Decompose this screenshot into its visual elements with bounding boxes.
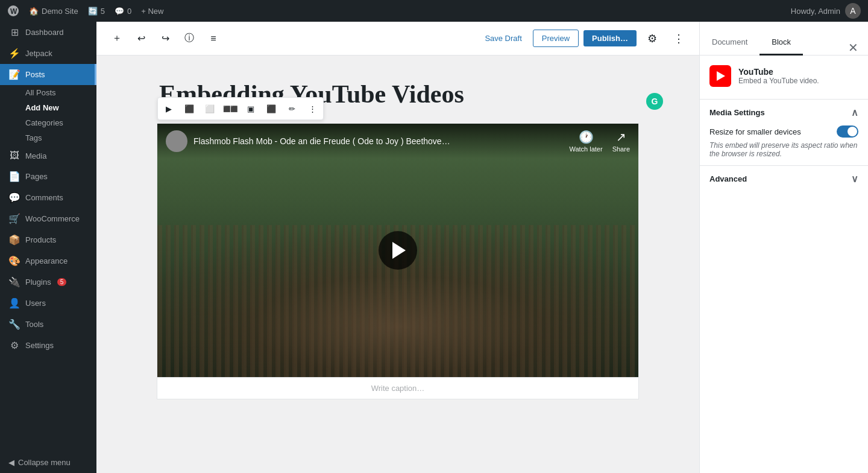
- toolbar-right: Save Draft Preview Publish… ⚙ ⋮: [479, 28, 690, 49]
- resize-toggle-label: Resize for smaller devices: [709, 127, 801, 136]
- post-info-button[interactable]: ⓘ: [178, 28, 200, 49]
- redo-button[interactable]: ↪: [154, 28, 176, 49]
- grammarly-icon: G: [646, 93, 663, 110]
- media-icon: 🖼: [8, 150, 20, 161]
- sidebar-item-pages[interactable]: 📄 Pages: [0, 166, 96, 187]
- sidebar-subitem-tags[interactable]: Tags: [0, 130, 96, 145]
- sidebar-label-plugins: Plugins: [25, 278, 51, 287]
- site-icon: 🏠: [29, 7, 39, 16]
- add-new-label: Add New: [25, 103, 59, 112]
- avatar[interactable]: A: [845, 3, 861, 19]
- sidebar-label-jetpack: Jetpack: [25, 49, 52, 58]
- advanced-title: Advanced: [709, 174, 747, 183]
- panel-settings-button[interactable]: ⚙: [641, 28, 663, 49]
- pages-icon: 📄: [8, 171, 20, 182]
- sidebar-item-appearance[interactable]: 🎨 Appearance: [0, 250, 96, 271]
- align-full-btn[interactable]: ⬛⬛: [221, 99, 240, 118]
- categories-label: Categories: [25, 118, 63, 127]
- collapse-icon: ◀: [8, 458, 14, 467]
- tags-label: Tags: [25, 133, 42, 142]
- sidebar-item-settings[interactable]: ⚙ Settings: [0, 335, 96, 356]
- watch-later-button[interactable]: 🕐 Watch later: [569, 130, 602, 153]
- sidebar-item-woocommerce[interactable]: 🛒 WooCommerce: [0, 208, 96, 229]
- panel-tabs: Document Block ✕: [700, 22, 868, 56]
- resize-toggle[interactable]: [837, 125, 858, 138]
- media-settings-header[interactable]: Media Settings ∧: [709, 107, 858, 118]
- align-left-btn[interactable]: ⬛: [180, 99, 199, 118]
- sidebar-subitem-categories[interactable]: Categories: [0, 115, 96, 130]
- chevron-down-icon: ∨: [851, 173, 858, 185]
- sidebar-item-tools[interactable]: 🔧 Tools: [0, 314, 96, 335]
- block-info-text: YouTube Embed a YouTube video.: [738, 67, 819, 85]
- resize-hint: This embed will preserve its aspect rati…: [709, 141, 858, 158]
- sidebar-label-posts: Posts: [25, 70, 45, 79]
- sidebar-item-media[interactable]: 🖼 Media: [0, 145, 96, 166]
- youtube-icon: [709, 65, 731, 87]
- video-block-container: ▶ ⬛ ⬜ ⬛⬛ ▣ ⬛ ✏ ⋮: [157, 123, 639, 399]
- editor-container: ＋ ↩ ↪ ⓘ ≡ Save Draft Preview Publish… ⚙ …: [96, 22, 699, 473]
- sidebar-item-products[interactable]: 📦 Products: [0, 229, 96, 250]
- preview-button[interactable]: Preview: [533, 30, 579, 47]
- collapse-menu[interactable]: ◀ Collapse menu: [0, 452, 96, 473]
- video-header-bar: Flashmob Flash Mob - Ode an die Freude (…: [157, 124, 638, 159]
- settings-icon: ⚙: [8, 340, 20, 351]
- tab-block[interactable]: Block: [760, 30, 803, 56]
- youtube-embed[interactable]: Flashmob Flash Mob - Ode an die Freude (…: [157, 124, 638, 399]
- sidebar-label-pages: Pages: [25, 172, 48, 181]
- panel-content: YouTube Embed a YouTube video. Media Set…: [700, 56, 868, 473]
- sidebar-item-posts[interactable]: 📝 Posts: [0, 64, 96, 85]
- media-settings-title: Media Settings: [709, 108, 765, 117]
- updates-icon: 🔄: [88, 7, 98, 16]
- advanced-header[interactable]: Advanced ∨: [709, 173, 858, 185]
- align-center-btn[interactable]: ▣: [241, 99, 260, 118]
- more-options-button[interactable]: ⋮: [668, 28, 690, 49]
- tab-document[interactable]: Document: [700, 30, 760, 56]
- updates-link[interactable]: 🔄 5: [88, 7, 105, 16]
- save-draft-button[interactable]: Save Draft: [479, 30, 527, 46]
- sidebar: ⊞ Dashboard ⚡ Jetpack 📝 Posts All Posts …: [0, 22, 96, 473]
- sidebar-item-comments[interactable]: 💬 Comments: [0, 187, 96, 208]
- play-button[interactable]: [379, 231, 417, 270]
- sidebar-subitem-all-posts[interactable]: All Posts: [0, 85, 96, 100]
- sidebar-label-comments: Comments: [25, 193, 63, 202]
- sidebar-label-woocommerce: WooCommerce: [25, 214, 80, 223]
- sidebar-item-users[interactable]: 👤 Users: [0, 293, 96, 314]
- caption-area[interactable]: Write caption…: [157, 377, 638, 399]
- tools-button[interactable]: ≡: [203, 28, 224, 49]
- comments-link[interactable]: 💬 0: [115, 7, 131, 16]
- undo-button[interactable]: ↩: [130, 28, 152, 49]
- share-icon: ↗: [616, 130, 626, 144]
- more-block-options-btn[interactable]: ⋮: [303, 99, 322, 118]
- jetpack-icon: ⚡: [8, 48, 20, 59]
- appearance-icon: 🎨: [8, 255, 20, 267]
- sidebar-subitem-add-new[interactable]: Add New: [0, 100, 96, 115]
- publish-button[interactable]: Publish…: [583, 30, 637, 46]
- editor-inner: Embedding YouTube Videos G ▶ ⬛ ⬜ ⬛⬛ ▣ ⬛: [157, 80, 639, 399]
- products-icon: 📦: [8, 234, 20, 246]
- woocommerce-icon: 🛒: [8, 213, 20, 224]
- video-actions: 🕐 Watch later ↗ Share: [569, 130, 630, 153]
- align-wide-btn[interactable]: ⬜: [200, 99, 219, 118]
- site-name-link[interactable]: 🏠 Demo Site: [29, 7, 78, 16]
- media-settings-section: Media Settings ∧ Resize for smaller devi…: [700, 99, 868, 165]
- sidebar-item-jetpack[interactable]: ⚡ Jetpack: [0, 43, 96, 64]
- comments-sidebar-icon: 💬: [8, 192, 20, 203]
- add-block-button[interactable]: ＋: [106, 28, 128, 49]
- new-content-link[interactable]: + New: [141, 7, 163, 16]
- resize-toggle-row: Resize for smaller devices: [709, 125, 858, 138]
- clock-icon: 🕐: [579, 130, 594, 144]
- wp-logo-link[interactable]: W: [7, 5, 19, 17]
- plugins-badge: 5: [57, 278, 67, 286]
- video-title: Flashmob Flash Mob - Ode an die Freude (…: [193, 136, 563, 146]
- align-right-btn[interactable]: ⬛: [262, 99, 281, 118]
- youtube-block-type-btn[interactable]: ▶: [159, 99, 178, 118]
- block-info-title: YouTube: [738, 67, 819, 77]
- admin-bar-right: Howdy, Admin A: [791, 3, 861, 19]
- edit-btn[interactable]: ✏: [282, 99, 301, 118]
- sidebar-item-dashboard[interactable]: ⊞ Dashboard: [0, 22, 96, 43]
- panel-close-button[interactable]: ✕: [838, 40, 868, 55]
- editor-toolbar: ＋ ↩ ↪ ⓘ ≡ Save Draft Preview Publish… ⚙ …: [96, 22, 699, 56]
- share-button[interactable]: ↗ Share: [612, 130, 630, 153]
- channel-avatar: [166, 130, 187, 152]
- sidebar-item-plugins[interactable]: 🔌 Plugins 5: [0, 271, 96, 293]
